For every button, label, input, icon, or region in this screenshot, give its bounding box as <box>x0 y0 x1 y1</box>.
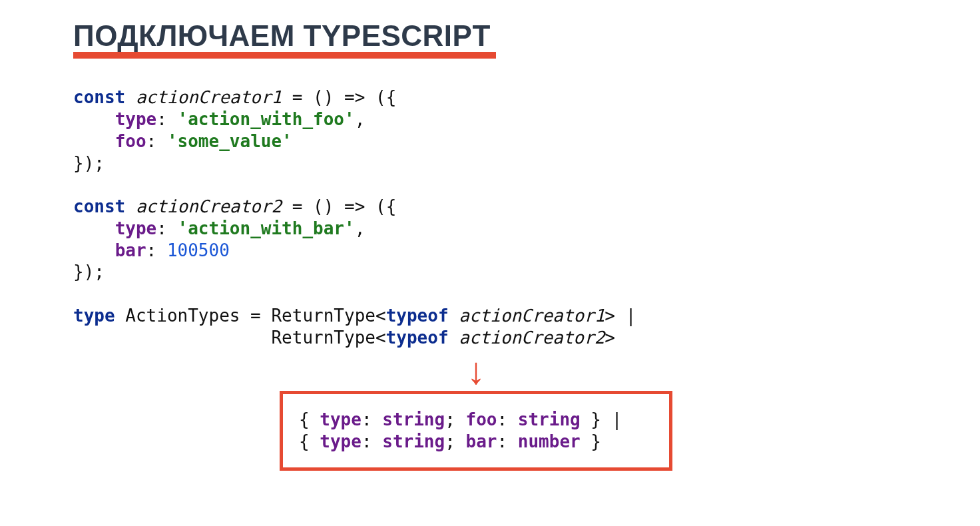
identifier-ac1: actionCreator1 <box>459 306 605 326</box>
arrow-fn: = () => ({ <box>282 87 396 107</box>
result-box: { type: string; foo: string } | { type: … <box>280 391 672 471</box>
type-keyword-string: string <box>382 409 445 429</box>
close-brace: }); <box>73 262 105 282</box>
keyword-type: type <box>73 306 115 326</box>
down-arrow-icon: ↓ <box>467 352 485 390</box>
prop-type: type <box>320 431 362 451</box>
returntype: ReturnType< <box>271 306 385 326</box>
string-literal: 'action_with_foo' <box>178 109 355 129</box>
returntype: ReturnType< <box>271 328 385 348</box>
prop-foo: foo <box>465 409 497 429</box>
keyword-typeof: typeof <box>386 306 449 326</box>
arrow-container: ↓ <box>280 348 672 391</box>
slide-title: ПОДКЛЮЧАЕМ TYPESCRIPT <box>73 20 491 52</box>
identifier-ac1: actionCreator1 <box>136 87 282 107</box>
keyword-const: const <box>73 196 125 216</box>
keyword-typeof: typeof <box>386 328 449 348</box>
prop-type: type <box>115 109 157 129</box>
slide: ПОДКЛЮЧАЕМ TYPESCRIPT const actionCreato… <box>0 0 980 526</box>
title-underline: ПОДКЛЮЧАЕМ TYPESCRIPT <box>73 20 496 59</box>
prop-foo: foo <box>115 131 146 151</box>
prop-bar: bar <box>115 240 146 260</box>
identifier-ac2: actionCreator2 <box>459 328 605 348</box>
arrow-fn: = () => ({ <box>282 196 396 216</box>
identifier-ac2: actionCreator2 <box>136 196 282 216</box>
keyword-const: const <box>73 87 125 107</box>
type-keyword-string: string <box>518 409 581 429</box>
type-keyword-string: string <box>382 431 445 451</box>
close-brace: }); <box>73 153 105 173</box>
prop-type: type <box>115 218 157 238</box>
type-name: ActionTypes <box>125 306 240 326</box>
result-code: { type: string; foo: string } | { type: … <box>299 409 653 453</box>
string-literal: 'action_with_bar' <box>178 218 355 238</box>
type-keyword-number: number <box>518 431 581 451</box>
prop-bar: bar <box>465 431 497 451</box>
string-literal: 'some_value' <box>167 131 292 151</box>
prop-type: type <box>320 409 362 429</box>
code-block: const actionCreator1 = () => ({ type: 'a… <box>73 87 913 348</box>
number-literal: 100500 <box>167 240 230 260</box>
